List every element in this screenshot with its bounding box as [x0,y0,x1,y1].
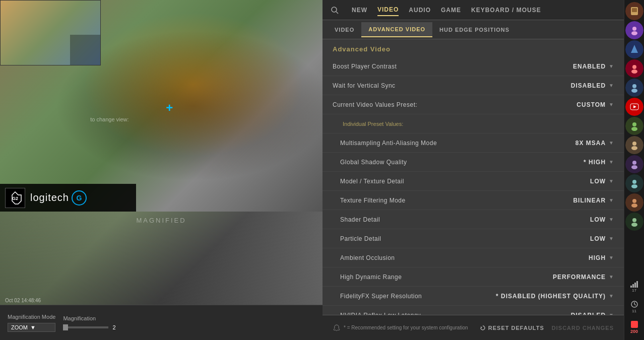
tab-new[interactable]: NEW [352,5,367,16]
magnification-slider-row: 2 [63,324,115,330]
tab-game[interactable]: GAME [441,5,461,16]
dropdown-particle[interactable]: ▼ [609,236,614,241]
slider-thumb[interactable] [63,324,68,330]
dropdown-vsync[interactable]: ▼ [609,83,614,88]
setting-val-msaa: 8X MSAA [575,140,606,147]
magnification-group: Magnification 2 [63,315,115,330]
setting-name-particle: Particle Detail [333,235,381,242]
setting-value-ao[interactable]: HIGH ▼ [589,254,614,261]
avatar-4[interactable] [625,59,643,78]
zoom-dropdown-arrow[interactable]: ▼ [30,324,36,330]
magnification-mode-select[interactable]: ZOOM ▼ [8,323,55,332]
dropdown-preset[interactable]: ▼ [609,102,614,107]
setting-name-hdr: High Dynamic Range [333,274,402,281]
avatar-8[interactable] [625,136,643,154]
setting-value-boost[interactable]: ENABLED ▼ [573,63,614,70]
setting-name-ao: Ambient Occlusion [333,254,395,261]
setting-ambient-occlusion: Ambient Occlusion HIGH ▼ [323,248,624,267]
svg-point-16 [631,127,637,131]
right-bottom-icons: 17 11 200 [625,278,643,338]
svg-point-11 [632,84,636,88]
setting-value-hdr[interactable]: PERFORMANCE ▼ [553,274,614,281]
setting-val-boost: ENABLED [573,63,606,70]
setting-value-fsr[interactable]: * DISABLED (HIGHEST QUALITY) ▼ [496,293,614,300]
left-panel: to change view: + G2 logitech G magnifie… [0,0,323,340]
setting-val-shader: LOW [590,216,606,223]
search-button[interactable] [328,3,342,17]
logitech-wordmark: logitech [30,192,69,203]
avatar-5[interactable] [625,79,643,97]
setting-val-particle: LOW [590,235,606,242]
svg-marker-3 [481,326,482,328]
setting-value-shader[interactable]: LOW ▼ [590,216,614,223]
magnification-mode-label: Magnification Mode [8,314,55,320]
setting-value-msaa[interactable]: 8X MSAA ▼ [575,140,614,147]
change-view-hint: to change view: [90,116,128,122]
avatar-1[interactable] [625,2,643,20]
bar-4 [636,281,638,288]
dropdown-msaa[interactable]: ▼ [609,140,614,146]
dropdown-hdr[interactable]: ▼ [609,274,614,280]
avatar-6[interactable] [625,98,643,116]
avatar-12[interactable] [625,213,643,231]
dropdown-shadow[interactable]: ▼ [609,159,614,165]
setting-value-shadow[interactable]: * HIGH ▼ [584,159,614,166]
clock-icon[interactable]: 11 [625,298,643,316]
magnification-slider[interactable] [63,326,108,328]
avatar-2[interactable] [625,21,643,39]
dropdown-boost[interactable]: ▼ [609,63,614,69]
signal-icon[interactable]: 17 [625,278,643,296]
magnification-mode-value: ZOOM [11,324,28,330]
dropdown-texture[interactable]: ▼ [609,178,614,184]
notification-badge[interactable]: 200 [625,318,643,336]
recommended-text: * = Recommended setting for your system … [333,324,472,332]
svg-rect-5 [632,8,637,12]
svg-point-9 [632,65,636,69]
avatar-9[interactable] [625,155,643,173]
setting-name-shader: Shader Detail [333,216,380,223]
bar-1 [630,286,632,288]
settings-panel: NEW VIDEO AUDIO GAME KEYBOARD / MOUSE VI… [323,0,624,340]
stream-sidebar: 17 11 200 [624,0,644,340]
magnification-mode-group: Magnification Mode ZOOM ▼ [8,314,55,332]
dropdown-fsr[interactable]: ▼ [609,293,614,299]
main-nav: NEW VIDEO AUDIO GAME KEYBOARD / MOUSE [323,0,624,20]
sub-tab-advanced-video[interactable]: ADVANCED VIDEO [361,22,432,37]
reset-defaults-button[interactable]: RESET DEFAULTS [480,325,544,331]
tab-audio[interactable]: AUDIO [409,5,431,16]
setting-shader: Shader Detail LOW ▼ [323,210,624,229]
bottom-controls-bar: Magnification Mode ZOOM ▼ Magnification … [0,305,323,340]
svg-marker-8 [631,45,638,53]
setting-val-hdr: PERFORMANCE [553,274,606,281]
setting-value-vsync[interactable]: DISABLED ▼ [571,82,614,89]
avatar-10[interactable] [625,174,643,192]
signal-bars [630,281,638,288]
section-title: Advanced Video [323,39,624,57]
avatar-3[interactable] [625,40,643,58]
bar-3 [634,283,636,288]
setting-name-msaa: Multisampling Anti-Aliasing Mode [333,140,437,147]
dropdown-ao[interactable]: ▼ [609,255,614,260]
setting-val-preset: CUSTOM [576,101,606,108]
setting-name-vsync: Wait for Vertical Sync [333,82,396,89]
sub-tab-hud[interactable]: HUD EDGE POSITIONS [432,23,517,37]
setting-value-filtering[interactable]: BILINEAR ▼ [573,197,614,204]
setting-val-vsync: DISABLED [571,82,606,89]
setting-value-texture[interactable]: LOW ▼ [590,178,614,185]
tab-video[interactable]: VIDEO [377,4,399,16]
svg-point-15 [632,122,636,126]
setting-name-boost: Boost Player Contrast [333,63,397,70]
dropdown-shader[interactable]: ▼ [609,217,614,222]
magnified-label: magnified [136,217,186,224]
setting-value-particle[interactable]: LOW ▼ [590,235,614,242]
setting-texture: Model / Texture Detail LOW ▼ [323,172,624,191]
discard-changes-button[interactable]: DISCARD CHANGES [552,325,614,331]
avatar-7[interactable] [625,117,643,135]
avatar-11[interactable] [625,193,643,212]
sub-tab-video[interactable]: VIDEO [328,23,361,37]
tab-keyboard-mouse[interactable]: KEYBOARD / MOUSE [471,5,541,16]
setting-value-preset[interactable]: CUSTOM ▼ [576,101,614,108]
dropdown-filtering[interactable]: ▼ [609,197,614,203]
setting-val-filtering: BILINEAR [573,197,606,204]
facecam-overlay [0,0,101,65]
